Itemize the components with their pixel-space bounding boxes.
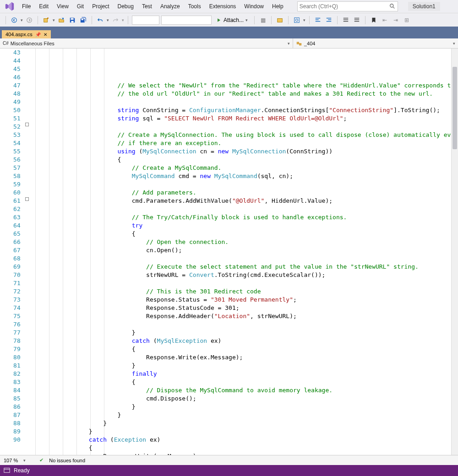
ok-icon: ✔ bbox=[39, 457, 44, 463]
tb-icon-1[interactable]: ▦ bbox=[258, 16, 267, 25]
menu-debug[interactable]: Debug bbox=[114, 1, 137, 11]
editor-bottom-bar: 107 % ▾ ✔ No issues found bbox=[0, 455, 458, 465]
svg-point-2 bbox=[12, 17, 17, 22]
save-button[interactable] bbox=[68, 16, 77, 25]
open-button[interactable] bbox=[57, 16, 66, 25]
class-icon bbox=[296, 40, 302, 47]
svg-rect-12 bbox=[299, 43, 301, 45]
search-input[interactable] bbox=[300, 3, 389, 10]
nav-back-button[interactable] bbox=[10, 16, 19, 25]
config-combo[interactable] bbox=[132, 16, 159, 25]
tb-icon-a[interactable]: ⇤ bbox=[380, 16, 389, 25]
svg-rect-7 bbox=[82, 19, 83, 20]
menu-view[interactable]: View bbox=[53, 1, 72, 11]
attach-button[interactable]: Attach... ▾ bbox=[213, 16, 251, 24]
new-item-button[interactable] bbox=[42, 16, 51, 25]
project-combo[interactable]: C# Miscellaneous Files ▾ bbox=[0, 38, 293, 48]
menu-project[interactable]: Project bbox=[88, 1, 113, 11]
document-tab[interactable]: 404.aspx.cs 📌 ✕ bbox=[2, 30, 51, 38]
save-all-button[interactable] bbox=[79, 16, 88, 25]
tb-icon-b[interactable]: ⇥ bbox=[391, 16, 400, 25]
svg-rect-13 bbox=[4, 468, 10, 473]
svg-point-10 bbox=[295, 19, 298, 21]
menu-tools[interactable]: Tools bbox=[185, 1, 205, 11]
svg-line-1 bbox=[393, 7, 395, 9]
tb-icon-c[interactable]: ⊞ bbox=[402, 16, 411, 25]
search-icon bbox=[389, 3, 396, 10]
code-text[interactable]: // We select the "NewUrl" from the "Redi… bbox=[32, 49, 458, 455]
svg-rect-5 bbox=[71, 18, 74, 20]
tb-icon-indent2[interactable] bbox=[324, 16, 333, 25]
window-icon bbox=[4, 467, 10, 474]
menu-file[interactable]: File bbox=[18, 1, 34, 11]
svg-rect-8 bbox=[278, 18, 283, 22]
menu-extensions[interactable]: Extensions bbox=[206, 1, 240, 11]
vs-logo-icon bbox=[5, 1, 15, 11]
zoom-level[interactable]: 107 % bbox=[4, 458, 18, 463]
document-tab-well: 404.aspx.cs 📌 ✕ bbox=[0, 27, 458, 38]
status-bar: Ready bbox=[0, 465, 458, 476]
menu-test[interactable]: Test bbox=[138, 1, 156, 11]
redo-button[interactable] bbox=[111, 16, 120, 25]
tb-icon-comment[interactable] bbox=[341, 16, 350, 25]
line-number-gutter: 4344454647484950515253545556575859606162… bbox=[0, 49, 23, 455]
tb-icon-uncomment[interactable] bbox=[352, 16, 361, 25]
svg-rect-9 bbox=[294, 17, 300, 22]
platform-combo[interactable] bbox=[161, 16, 212, 25]
nav-forward-button[interactable] bbox=[25, 16, 34, 25]
vertical-scrollbar[interactable] bbox=[451, 49, 458, 455]
menu-edit[interactable]: Edit bbox=[35, 1, 52, 11]
svg-rect-4 bbox=[44, 18, 48, 22]
fold-toggle[interactable] bbox=[23, 123, 32, 131]
tb-icon-3[interactable] bbox=[292, 16, 301, 25]
close-icon[interactable]: ✕ bbox=[44, 32, 47, 37]
menu-git[interactable]: Git bbox=[73, 1, 87, 11]
bookmark-icon[interactable] bbox=[369, 16, 378, 25]
menu-bar: FileEditViewGitProjectDebugTestAnalyzeTo… bbox=[0, 0, 458, 13]
svg-rect-6 bbox=[71, 21, 73, 22]
svg-point-0 bbox=[390, 4, 393, 7]
code-editor[interactable]: 4344454647484950515253545556575859606162… bbox=[0, 49, 458, 455]
status-ready: Ready bbox=[14, 467, 30, 474]
tb-icon-indent1[interactable] bbox=[313, 16, 322, 25]
code-nav-bar: C# Miscellaneous Files ▾ _404 ▾ bbox=[0, 38, 458, 49]
tab-filename: 404.aspx.cs bbox=[5, 32, 33, 37]
fold-toggle[interactable] bbox=[23, 197, 32, 206]
member-combo[interactable]: _404 ▾ bbox=[293, 38, 458, 48]
menu-analyze[interactable]: Analyze bbox=[157, 1, 184, 11]
outline-column bbox=[23, 49, 32, 455]
menu-help[interactable]: Help bbox=[268, 1, 287, 11]
undo-button[interactable] bbox=[96, 16, 105, 25]
tb-icon-2[interactable] bbox=[275, 16, 284, 25]
scroll-thumb[interactable] bbox=[453, 67, 457, 149]
menu-window[interactable]: Window bbox=[240, 1, 267, 11]
svg-rect-11 bbox=[297, 42, 299, 44]
issues-text[interactable]: No issues found bbox=[49, 458, 85, 463]
search-box[interactable] bbox=[297, 1, 398, 11]
solution-name[interactable]: Solution1 bbox=[408, 2, 440, 11]
svg-point-3 bbox=[27, 17, 32, 22]
toolbar: ▾ ▾ ▾ ▾ Attach... ▾ ▦ ▾ ⇤ ⇥ ⊞ bbox=[0, 13, 458, 27]
pin-icon[interactable]: 📌 bbox=[35, 32, 41, 37]
